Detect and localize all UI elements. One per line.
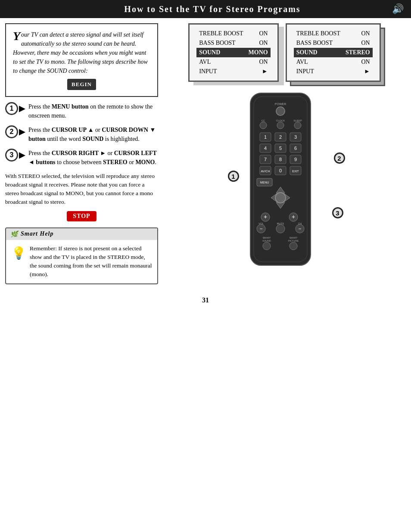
page-header: How to Set the TV for Stereo Programs 🔊 [0, 0, 411, 18]
stereo-menu-table: TREBLE BOOST ON BASS BOOST ON SOUND STER… [294, 29, 373, 76]
svg-text:EXIT: EXIT [292, 170, 299, 173]
bass-boost-value: ON [343, 38, 373, 48]
step-3-number: 3 [5, 149, 18, 162]
svg-text:5: 5 [279, 146, 281, 151]
left-panel: Your TV can detect a stereo signal and w… [5, 23, 158, 284]
intro-text: our TV can detect a stereo signal and wi… [13, 31, 148, 74]
page-title: How to Set the TV for Stereo Programs [33, 4, 392, 14]
sound-label: SOUND [196, 48, 246, 57]
sound-value: MONO [246, 48, 271, 57]
svg-text:−: − [259, 226, 262, 232]
table-row: INPUT ► [294, 67, 373, 76]
step-2-arrow: ▶ [19, 127, 25, 137]
remote-label-2: 2 [334, 152, 345, 164]
sound-label: SOUND [294, 48, 343, 57]
step-3-text: Press the CURSOR RIGHT ► or CURSOR LEFT … [28, 149, 158, 167]
smart-help-header: 🌿 Smart Help [6, 228, 157, 240]
table-row: TREBLE BOOST ON [294, 29, 373, 38]
menu-screens: TREBLE BOOST ON BASS BOOST ON SOUND MONO [188, 23, 380, 82]
begin-badge: BEGIN [67, 79, 96, 90]
input-label: INPUT [294, 67, 343, 76]
step-2-badge: 2 ▶ [5, 125, 25, 138]
treble-boost-value: ON [343, 29, 373, 38]
svg-point-5 [260, 122, 267, 129]
stereo-info: With STEREO selected, the television wil… [5, 172, 158, 207]
svg-text:POWER: POWER [274, 103, 286, 106]
smart-help-title: Smart Help [21, 230, 54, 237]
lightbulb-icon: 💡 [11, 244, 26, 262]
step-3: 3 ▶ Press the CURSOR RIGHT ► or CURSOR L… [5, 149, 158, 167]
step-1-arrow: ▶ [19, 104, 25, 113]
svg-text:CLOCK: CLOCK [276, 119, 285, 122]
treble-boost-label: TREBLE BOOST [196, 29, 246, 38]
right-panel: TREBLE BOOST ON BASS BOOST ON SOUND MONO [163, 23, 406, 284]
table-row: AVL ON [196, 57, 270, 67]
stop-badge: STOP [67, 211, 96, 221]
svg-point-3 [276, 107, 285, 115]
mono-screen-wrapper: TREBLE BOOST ON BASS BOOST ON SOUND MONO [188, 23, 278, 82]
bass-boost-value: ON [246, 38, 271, 48]
remote-illustration: POWER CC CLOCK SLEEP 1 2 3 4 [224, 89, 345, 270]
svg-text:CC: CC [261, 119, 265, 122]
stereo-menu-screen: TREBLE BOOST ON BASS BOOST ON SOUND STER… [286, 23, 381, 82]
svg-text:SMART: SMART [289, 236, 298, 239]
steps-section: 1 ▶ Press the MENU button on the remote … [5, 102, 158, 167]
svg-text:0: 0 [279, 168, 281, 173]
page-number: 31 [0, 296, 411, 304]
svg-text:4: 4 [264, 146, 266, 151]
svg-text:+: + [291, 213, 295, 220]
smart-help-content: 💡 Remember: If stereo is not present on … [6, 240, 157, 283]
remote-label-1: 1 [228, 171, 239, 182]
drop-cap: Y [13, 30, 20, 42]
input-value: ► [246, 67, 271, 76]
step-1-text: Press the MENU button on the remote to s… [28, 102, 158, 120]
svg-point-9 [294, 122, 301, 129]
svg-text:MENU: MENU [260, 181, 269, 184]
svg-point-40 [275, 193, 286, 203]
table-row-highlighted: SOUND MONO [196, 48, 270, 57]
svg-text:8: 8 [279, 157, 281, 162]
svg-text:SMART: SMART [262, 236, 271, 239]
mono-menu-screen: TREBLE BOOST ON BASS BOOST ON SOUND MONO [188, 23, 278, 82]
remote-label-3: 3 [332, 207, 343, 218]
step-2: 2 ▶ Press the CURSOR UP ▲ or CURSOR DOWN… [5, 125, 158, 143]
svg-text:2: 2 [279, 134, 281, 140]
avl-label: AVL [294, 57, 343, 67]
svg-text:SLEEP: SLEEP [293, 119, 302, 122]
table-row: AVL ON [294, 57, 373, 67]
svg-text:+: + [263, 213, 267, 220]
step-2-text: Press the CURSOR UP ▲ or CURSOR DOWN ▼ b… [28, 125, 158, 143]
sound-value-stereo: STEREO [343, 48, 373, 57]
input-value: ► [343, 67, 373, 76]
stereo-screen-wrapper: TREBLE BOOST ON BASS BOOST ON SOUND STER… [286, 23, 381, 82]
step-1-number: 1 [5, 102, 18, 115]
table-row-highlighted: SOUND STEREO [294, 48, 373, 57]
svg-text:3: 3 [294, 134, 296, 140]
treble-boost-value: ON [246, 29, 271, 38]
mono-menu-table: TREBLE BOOST ON BASS BOOST ON SOUND MONO [196, 29, 270, 76]
treble-boost-label: TREBLE BOOST [294, 29, 343, 38]
svg-point-45 [276, 224, 285, 233]
input-label: INPUT [196, 67, 246, 76]
svg-point-55 [263, 242, 271, 250]
step-1-badge: 1 ▶ [5, 102, 25, 115]
avl-value: ON [246, 57, 271, 67]
smart-help-text: Remember: If stereo is not present on a … [30, 244, 152, 279]
sound-icon: 🔊 [392, 3, 404, 15]
bass-boost-label: BASS BOOST [196, 38, 246, 48]
smart-help-box: 🌿 Smart Help 💡 Remember: If stereo is no… [5, 227, 158, 284]
bass-boost-label: BASS BOOST [294, 38, 343, 48]
avl-label: AVL [196, 57, 246, 67]
svg-text:9: 9 [294, 157, 296, 162]
table-row: TREBLE BOOST ON [196, 29, 270, 38]
table-row: BASS BOOST ON [294, 38, 373, 48]
intro-box: Your TV can detect a stereo signal and w… [5, 23, 158, 97]
svg-text:−: − [298, 226, 301, 232]
step-3-arrow: ▶ [19, 150, 25, 160]
svg-point-7 [277, 122, 284, 129]
step-2-number: 2 [5, 125, 18, 138]
leaf-icon: 🌿 [10, 230, 18, 238]
avl-value: ON [343, 57, 373, 67]
svg-text:7: 7 [264, 157, 266, 162]
table-row: INPUT ► [196, 67, 270, 76]
